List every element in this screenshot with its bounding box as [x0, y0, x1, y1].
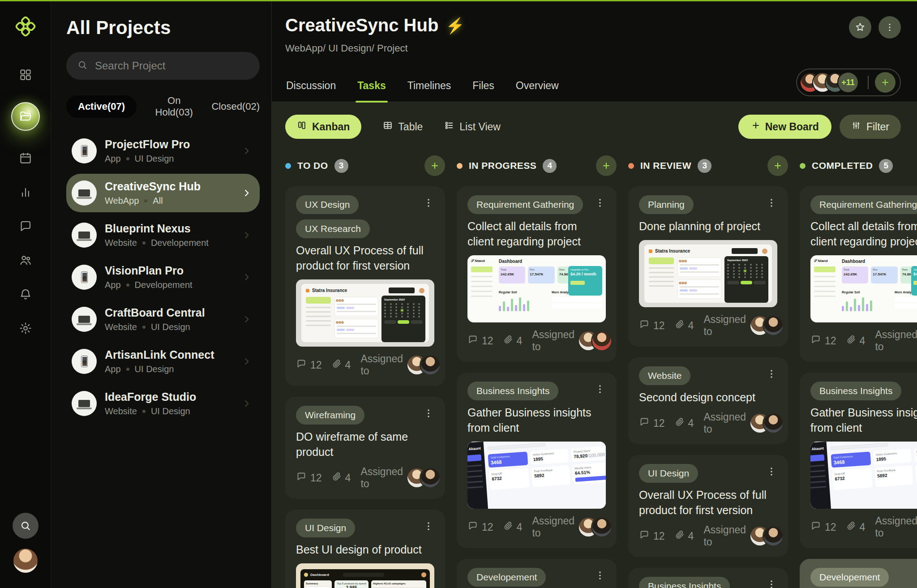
members-overflow-badge[interactable]: +11 — [838, 73, 858, 92]
task-card[interactable]: Wireframing DO wireframe of same product… — [285, 397, 445, 499]
rail-settings-gear-icon[interactable] — [19, 322, 32, 335]
chevron-right-icon — [242, 146, 252, 156]
column-title: COMPLETED — [812, 160, 873, 171]
tag-row: Business Insights — [467, 382, 606, 400]
task-card[interactable]: UI Design Overall UX Process of full pro… — [628, 455, 788, 557]
rail-dashboard-grid-icon[interactable] — [19, 68, 32, 82]
projects-panel: All Projects Active(07)On Hold(03)Closed… — [51, 0, 272, 588]
view-kanban[interactable]: Kanban — [285, 115, 361, 139]
card-menu-button[interactable] — [423, 195, 434, 210]
task-card[interactable]: Developement Overall UX Process of full … — [800, 559, 917, 588]
view-list-view[interactable]: List View — [444, 120, 501, 133]
rail-analytics-chart-icon[interactable] — [19, 185, 32, 199]
task-card[interactable]: Planning Done planning of project Statra… — [628, 186, 788, 347]
chevron-right-icon — [242, 399, 252, 408]
card-menu-button[interactable] — [594, 195, 606, 210]
tag-row: UX DesignUX Research — [296, 195, 434, 238]
comments-icon — [639, 416, 650, 430]
task-card[interactable]: UI Design Best UI design of product Dash… — [285, 510, 445, 588]
assignee-avatars — [584, 331, 611, 350]
card-menu-button[interactable] — [766, 464, 777, 479]
card-menu-button[interactable] — [766, 195, 777, 210]
card-menu-button[interactable] — [766, 366, 777, 381]
project-meta: IdeaForge Studio WebsiteUI Design — [105, 391, 234, 416]
project-name: VisionPlan Pro — [105, 264, 184, 277]
app-logo-icon[interactable] — [15, 16, 36, 39]
project-row[interactable]: ProjectFlow Pro AppUI Design — [66, 132, 260, 170]
project-filter-active-[interactable]: Active(07) — [66, 95, 137, 118]
rail-chat-icon[interactable] — [19, 219, 32, 233]
project-meta: ArtisanLink Connect AppUI Design — [105, 348, 234, 374]
task-card[interactable]: Requirement Gathering Collect all detail… — [800, 186, 917, 362]
comments-count: 12 — [653, 530, 665, 542]
card-menu-button[interactable] — [594, 382, 606, 396]
favorite-star-button[interactable] — [849, 16, 871, 39]
project-name: ArtisanLink Connect — [105, 348, 214, 361]
tab-overview[interactable]: Overview — [515, 80, 560, 102]
filter-icon — [851, 120, 861, 133]
card-footer: 12 4 Assigned to — [639, 524, 777, 548]
attachments-count: 4 — [688, 530, 694, 542]
project-search-box[interactable] — [66, 52, 260, 80]
task-card[interactable]: Requirement Gathering Collect all detail… — [457, 186, 617, 362]
view-table[interactable]: Table — [383, 120, 423, 133]
card-tag: Requirement Gathering — [810, 195, 917, 214]
card-thumbnail-akaunt: Akaunt Total Customers3468Active Custome… — [810, 442, 917, 509]
more-options-button[interactable] — [878, 16, 901, 39]
card-title: Overall UX Process of full product for f… — [639, 487, 777, 518]
project-filter-on-hold-[interactable]: On Hold(03) — [153, 95, 195, 118]
tab-files[interactable]: Files — [471, 80, 495, 102]
tab-tasks[interactable]: Tasks — [356, 80, 387, 102]
project-row[interactable]: ArtisanLink Connect AppUI Design — [66, 342, 260, 381]
list-icon — [444, 120, 454, 133]
add-task-button[interactable] — [424, 155, 445, 176]
rail-team-users-icon[interactable] — [19, 253, 32, 267]
column-header: COMPLETED 5 — [800, 157, 917, 175]
column-count-badge: 5 — [879, 159, 893, 173]
project-filter-closed-[interactable]: Closed(02) — [211, 101, 260, 112]
project-search-input[interactable] — [94, 59, 249, 73]
card-title: Collect all details from client regardin… — [810, 219, 917, 249]
rail-projects-folder-icon[interactable] — [11, 102, 40, 131]
task-card[interactable]: UX DesignUX Research Overall UX Process … — [285, 186, 445, 386]
column-status-dot — [285, 163, 291, 169]
add-task-button[interactable] — [767, 155, 788, 176]
divider — [868, 76, 869, 89]
project-header: CreativeSync Hub ⚡ WebApp/ UI Design/ Pr… — [272, 0, 917, 102]
card-title: Done planning of project — [639, 219, 777, 234]
task-card[interactable]: Business Insights Gather Business insigh… — [457, 373, 617, 548]
task-card[interactable]: Developement Overall UX Process of full … — [457, 559, 617, 588]
project-row[interactable]: VisionPlan Pro AppDevelopement — [66, 258, 260, 296]
rail-notifications-bell-icon[interactable] — [19, 288, 32, 301]
column-cards: Requirement Gathering Collect all detail… — [800, 186, 917, 588]
project-row[interactable]: CraftBoard Central WebsiteUI Design — [66, 300, 260, 339]
rail-calendar-icon[interactable] — [19, 151, 32, 165]
card-menu-button[interactable] — [594, 568, 606, 583]
add-task-button[interactable] — [596, 155, 617, 176]
new-board-button[interactable]: New Board — [738, 115, 831, 139]
global-search-button[interactable] — [13, 513, 39, 539]
comments-icon — [296, 471, 307, 485]
user-avatar[interactable] — [13, 549, 38, 573]
project-row[interactable]: CreativeSync Hub WebAppAll — [66, 174, 260, 212]
task-card[interactable]: Website Second design concept 12 4 Assig… — [628, 357, 788, 444]
comments-icon — [467, 334, 478, 348]
tab-discussion[interactable]: Discussion — [285, 80, 337, 102]
bolt-emoji: ⚡ — [446, 17, 464, 34]
tab-timelines[interactable]: Timelines — [407, 80, 452, 102]
comments-icon — [467, 520, 478, 534]
attachment-icon — [332, 472, 342, 484]
filter-button[interactable]: Filter — [840, 115, 901, 139]
task-card[interactable]: Business Insights Gather Business insigh… — [628, 568, 788, 588]
task-card[interactable]: Business Insights Gather Business insigh… — [800, 373, 917, 548]
add-member-button[interactable] — [875, 72, 896, 93]
card-menu-button[interactable] — [423, 406, 434, 421]
search-icon — [77, 60, 88, 72]
card-footer: 12 4 Assigned to — [467, 515, 606, 539]
project-row[interactable]: Blueprint Nexus WebsiteDevelopement — [66, 216, 260, 254]
comments-count: 12 — [653, 320, 665, 332]
card-menu-button[interactable] — [766, 577, 777, 588]
project-row[interactable]: IdeaForge Studio WebsiteUI Design — [66, 384, 260, 423]
assignee-avatar — [764, 316, 783, 335]
card-menu-button[interactable] — [423, 519, 434, 533]
